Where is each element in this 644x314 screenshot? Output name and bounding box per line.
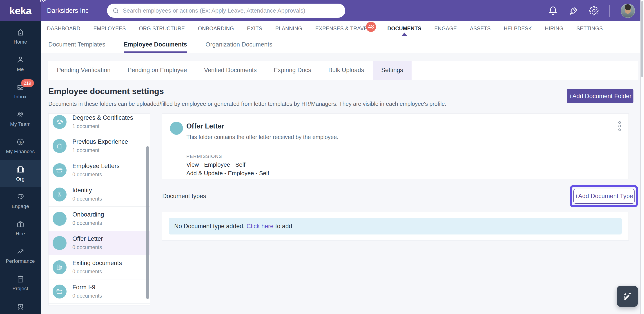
folder-row-previous-experience[interactable]: Previous Experience1 document xyxy=(48,134,150,158)
add-document-type-highlight: +Add Document Type xyxy=(570,185,638,207)
briefcase-icon xyxy=(52,139,66,153)
subnav-document-templates[interactable]: Document Templates xyxy=(48,36,105,53)
permission-add-update: Add & Update - Employee - Self xyxy=(186,170,269,177)
chat-heart-icon xyxy=(16,193,25,201)
header-divider xyxy=(610,5,610,17)
tab-bulk-uploads[interactable]: Bulk Uploads xyxy=(320,61,373,80)
page-scrollbar[interactable] xyxy=(640,0,644,314)
sidebar-item-my-finances[interactable]: $ My Finances xyxy=(0,132,41,160)
folder-count: 0 documents xyxy=(72,172,120,178)
rocket-icon[interactable] xyxy=(568,6,578,16)
keka-logo-text: keka xyxy=(9,5,31,17)
folder-name: Previous Experience xyxy=(72,138,128,145)
document-folder-list: Degrees & Certificates1 document Previou… xyxy=(48,113,150,306)
header-actions xyxy=(548,0,635,21)
active-nav-caret-icon xyxy=(402,32,407,36)
nav-onboarding[interactable]: ONBOARDING xyxy=(198,21,234,36)
ai-assistant-fab[interactable] xyxy=(617,286,638,307)
keka-logo[interactable]: keka xyxy=(0,0,41,21)
search-input[interactable] xyxy=(123,7,342,14)
building-icon xyxy=(16,165,25,174)
sidebar-item-my-team[interactable]: My Team xyxy=(0,105,41,132)
inbox-icon: 219 xyxy=(16,83,25,91)
nav-settings[interactable]: SETTINGS xyxy=(576,21,603,36)
nav-assets[interactable]: ASSETS xyxy=(470,21,491,36)
folder-row-employee-letters[interactable]: Employee Letters0 documents xyxy=(48,158,150,182)
empty-notice-banner: No Document type added. Click here to ad… xyxy=(169,218,622,235)
folder-row-offer-letter[interactable]: Offer Letter0 documents xyxy=(48,231,150,255)
sidebar-item-performance[interactable]: Performance xyxy=(0,242,41,269)
expenses-count-badge: 48 xyxy=(366,22,376,32)
tab-settings[interactable]: Settings xyxy=(373,61,412,80)
svg-text:$: $ xyxy=(19,140,22,144)
nav-documents[interactable]: DOCUMENTS xyxy=(387,21,421,36)
folder-name: Form I-9 xyxy=(72,284,102,291)
global-search[interactable] xyxy=(107,3,345,18)
sidebar-item-inbox[interactable]: 219 Inbox xyxy=(0,77,41,105)
gear-icon[interactable] xyxy=(589,6,598,15)
main-content: Pending Verification Pending on Employee… xyxy=(41,53,640,314)
folder-open-icon xyxy=(52,163,66,177)
folder-name: Identity xyxy=(72,187,102,194)
nav-hiring[interactable]: HIRING xyxy=(545,21,563,36)
folder-name: Employee Letters xyxy=(72,163,120,170)
offer-letter-detail-card: Offer Letter This folder contains the of… xyxy=(162,113,629,179)
team-icon xyxy=(16,110,25,119)
magic-wand-icon xyxy=(622,291,633,302)
nav-label: EXPENSES & TRAVEL xyxy=(315,26,370,32)
sidebar-item-home[interactable]: Home xyxy=(0,23,41,50)
nav-expenses-travel[interactable]: EXPENSES & TRAVEL 48 xyxy=(315,21,370,36)
folder-row-form-i9[interactable]: Form I-90 documents xyxy=(48,280,150,304)
sidebar-item-me[interactable]: Me xyxy=(0,50,41,77)
company-name: Darksiders Inc xyxy=(47,0,88,21)
page-scrollbar-thumb[interactable] xyxy=(641,1,643,77)
nav-planning[interactable]: PLANNING xyxy=(275,21,302,36)
sidebar-label: Hire xyxy=(16,231,25,237)
folder-detail-description: This folder contains the offer letter re… xyxy=(186,134,338,140)
folder-detail-title: Offer Letter xyxy=(186,122,224,130)
sidebar-item-project[interactable]: Project xyxy=(0,269,41,297)
sidebar-label: Org xyxy=(16,176,25,182)
permission-view: View - Employee - Self xyxy=(186,161,246,168)
subnav-organization-documents[interactable]: Organization Documents xyxy=(206,36,272,53)
add-document-type-button[interactable]: +Add Document Type xyxy=(574,189,634,204)
module-nav: DASHBOARD EMPLOYEES ORG STRUCTURE ONBOAR… xyxy=(41,21,640,36)
folder-count: 0 documents xyxy=(72,196,102,202)
folder-row-exiting-documents[interactable]: Exiting documents0 documents xyxy=(48,255,150,280)
tab-pending-on-employee[interactable]: Pending on Employee xyxy=(119,61,196,80)
exit-building-icon xyxy=(52,260,66,274)
sidebar-item-time-attend[interactable]: Time Attend xyxy=(0,297,41,314)
settings-tabstrip: Pending Verification Pending on Employee… xyxy=(48,61,638,80)
tab-verified-documents[interactable]: Verified Documents xyxy=(196,61,265,80)
folder-row-onboarding[interactable]: Onboarding0 documents xyxy=(48,207,150,231)
folder-name: Exiting documents xyxy=(72,260,122,267)
nav-exits[interactable]: EXITS xyxy=(247,21,262,36)
tab-expiring-docs[interactable]: Expiring Docs xyxy=(265,61,320,80)
folder-list-scrollbar[interactable] xyxy=(146,146,149,299)
folder-avatar-circle xyxy=(170,122,183,135)
folder-row-identity[interactable]: Identity0 documents xyxy=(48,182,150,207)
folder-row-degrees-certificates[interactable]: Degrees & Certificates1 document xyxy=(48,113,150,134)
documents-subnav: Document Templates Employee Documents Or… xyxy=(41,36,640,53)
kebab-menu-icon[interactable] xyxy=(617,120,622,132)
tab-pending-verification[interactable]: Pending Verification xyxy=(48,61,119,80)
folder-count: 0 documents xyxy=(72,269,122,275)
subnav-employee-documents[interactable]: Employee Documents xyxy=(124,36,187,53)
sidebar-item-engage[interactable]: Engage xyxy=(0,187,41,215)
folder-count: 1 document xyxy=(72,123,133,129)
sidebar-item-org[interactable]: Org xyxy=(0,160,41,187)
sidebar-label: Engage xyxy=(12,204,29,209)
sidebar-label: My Finances xyxy=(6,149,34,155)
top-header: keka Darksiders Inc xyxy=(0,0,644,21)
nav-engage[interactable]: ENGAGE xyxy=(434,21,457,36)
nav-org-structure[interactable]: ORG STRUCTURE xyxy=(139,21,185,36)
notice-text: to add xyxy=(275,223,292,230)
user-avatar[interactable] xyxy=(620,3,635,18)
nav-helpdesk[interactable]: HELPDESK xyxy=(504,21,532,36)
add-document-folder-button[interactable]: +Add Document Folder xyxy=(567,89,634,103)
nav-employees[interactable]: EMPLOYEES xyxy=(93,21,126,36)
sidebar-item-hire[interactable]: Hire xyxy=(0,215,41,242)
nav-dashboard[interactable]: DASHBOARD xyxy=(47,21,80,36)
bell-icon[interactable] xyxy=(548,6,558,15)
click-here-link[interactable]: Click here xyxy=(246,223,274,230)
